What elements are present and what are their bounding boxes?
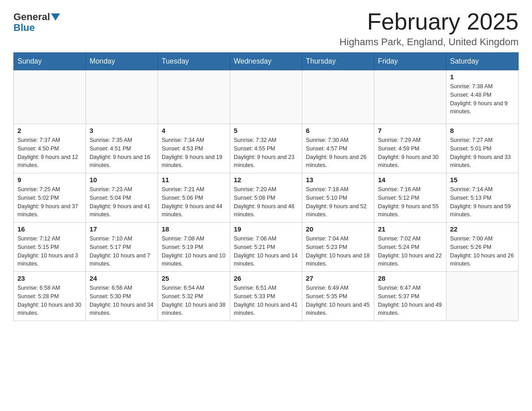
day-info: Sunrise: 7:29 AM Sunset: 4:59 PM Dayligh…: [378, 136, 442, 170]
day-number: 13: [306, 176, 370, 184]
calendar-cell: 20Sunrise: 7:04 AM Sunset: 5:23 PM Dayli…: [302, 223, 374, 272]
day-info: Sunrise: 6:56 AM Sunset: 5:30 PM Dayligh…: [90, 284, 154, 317]
calendar-cell: 28Sunrise: 6:47 AM Sunset: 5:37 PM Dayli…: [374, 272, 446, 321]
day-info: Sunrise: 7:23 AM Sunset: 5:04 PM Dayligh…: [90, 185, 154, 219]
day-number: 22: [450, 225, 515, 233]
month-title: February 2025: [339, 9, 519, 34]
day-number: 2: [17, 127, 82, 134]
day-number: 1: [450, 73, 515, 81]
day-number: 17: [90, 225, 154, 233]
column-header-sunday: Sunday: [14, 53, 86, 70]
calendar-cell: [302, 70, 374, 124]
day-number: 7: [378, 127, 442, 134]
day-number: 12: [234, 176, 298, 184]
title-area: February 2025 Highams Park, England, Uni…: [339, 9, 519, 48]
calendar-cell: [86, 70, 158, 124]
day-info: Sunrise: 6:54 AM Sunset: 5:32 PM Dayligh…: [162, 284, 226, 317]
calendar-cell: 27Sunrise: 6:49 AM Sunset: 5:35 PM Dayli…: [302, 272, 374, 321]
day-number: 20: [306, 225, 370, 233]
page-header: General Blue February 2025 Highams Park,…: [13, 9, 519, 48]
day-number: 27: [306, 274, 370, 282]
day-info: Sunrise: 7:37 AM Sunset: 4:50 PM Dayligh…: [17, 136, 82, 170]
day-info: Sunrise: 6:51 AM Sunset: 5:33 PM Dayligh…: [234, 284, 298, 317]
calendar-cell: 4Sunrise: 7:34 AM Sunset: 4:53 PM Daylig…: [158, 124, 230, 173]
day-number: 25: [162, 274, 226, 282]
day-info: Sunrise: 7:25 AM Sunset: 5:02 PM Dayligh…: [17, 185, 82, 219]
logo-arrow-icon: [51, 13, 60, 21]
week-row-1: 1Sunrise: 7:38 AM Sunset: 4:48 PM Daylig…: [14, 70, 519, 124]
day-info: Sunrise: 7:06 AM Sunset: 5:21 PM Dayligh…: [234, 235, 298, 268]
calendar-cell: [446, 272, 519, 321]
calendar-cell: 15Sunrise: 7:14 AM Sunset: 5:13 PM Dayli…: [446, 173, 519, 223]
location-text: Highams Park, England, United Kingdom: [339, 36, 519, 48]
day-number: 9: [17, 176, 82, 184]
calendar-cell: 8Sunrise: 7:27 AM Sunset: 5:01 PM Daylig…: [446, 124, 519, 173]
day-number: 5: [234, 127, 298, 134]
calendar-cell: [158, 70, 230, 124]
calendar-cell: 2Sunrise: 7:37 AM Sunset: 4:50 PM Daylig…: [14, 124, 86, 173]
calendar-cell: 1Sunrise: 7:38 AM Sunset: 4:48 PM Daylig…: [446, 70, 519, 124]
calendar-cell: 3Sunrise: 7:35 AM Sunset: 4:51 PM Daylig…: [86, 124, 158, 173]
calendar-cell: 17Sunrise: 7:10 AM Sunset: 5:17 PM Dayli…: [86, 223, 158, 272]
day-info: Sunrise: 7:38 AM Sunset: 4:48 PM Dayligh…: [450, 82, 515, 116]
day-number: 23: [17, 274, 82, 282]
calendar-cell: 18Sunrise: 7:08 AM Sunset: 5:19 PM Dayli…: [158, 223, 230, 272]
week-row-5: 23Sunrise: 6:58 AM Sunset: 5:28 PM Dayli…: [14, 272, 519, 321]
day-info: Sunrise: 7:02 AM Sunset: 5:24 PM Dayligh…: [378, 235, 442, 268]
column-header-monday: Monday: [86, 53, 158, 70]
calendar-cell: 24Sunrise: 6:56 AM Sunset: 5:30 PM Dayli…: [86, 272, 158, 321]
week-row-2: 2Sunrise: 7:37 AM Sunset: 4:50 PM Daylig…: [14, 124, 519, 173]
day-number: 3: [90, 127, 154, 134]
week-row-3: 9Sunrise: 7:25 AM Sunset: 5:02 PM Daylig…: [14, 173, 519, 223]
day-info: Sunrise: 7:35 AM Sunset: 4:51 PM Dayligh…: [90, 136, 154, 170]
day-info: Sunrise: 7:30 AM Sunset: 4:57 PM Dayligh…: [306, 136, 370, 170]
day-info: Sunrise: 7:21 AM Sunset: 5:06 PM Dayligh…: [162, 185, 226, 219]
day-number: 19: [234, 225, 298, 233]
day-info: Sunrise: 7:32 AM Sunset: 4:55 PM Dayligh…: [234, 136, 298, 170]
calendar-cell: 12Sunrise: 7:20 AM Sunset: 5:08 PM Dayli…: [230, 173, 302, 223]
day-info: Sunrise: 7:14 AM Sunset: 5:13 PM Dayligh…: [450, 185, 515, 219]
calendar-cell: 5Sunrise: 7:32 AM Sunset: 4:55 PM Daylig…: [230, 124, 302, 173]
calendar-cell: 26Sunrise: 6:51 AM Sunset: 5:33 PM Dayli…: [230, 272, 302, 321]
day-info: Sunrise: 7:00 AM Sunset: 5:26 PM Dayligh…: [450, 235, 515, 268]
calendar-cell: 6Sunrise: 7:30 AM Sunset: 4:57 PM Daylig…: [302, 124, 374, 173]
day-info: Sunrise: 7:12 AM Sunset: 5:15 PM Dayligh…: [17, 235, 82, 268]
week-row-4: 16Sunrise: 7:12 AM Sunset: 5:15 PM Dayli…: [14, 223, 519, 272]
day-number: 14: [378, 176, 442, 184]
calendar-cell: 22Sunrise: 7:00 AM Sunset: 5:26 PM Dayli…: [446, 223, 519, 272]
day-info: Sunrise: 7:08 AM Sunset: 5:19 PM Dayligh…: [162, 235, 226, 268]
day-number: 15: [450, 176, 515, 184]
calendar-cell: [14, 70, 86, 124]
day-info: Sunrise: 7:27 AM Sunset: 5:01 PM Dayligh…: [450, 136, 515, 170]
day-number: 26: [234, 274, 298, 282]
calendar-cell: 19Sunrise: 7:06 AM Sunset: 5:21 PM Dayli…: [230, 223, 302, 272]
calendar-cell: 21Sunrise: 7:02 AM Sunset: 5:24 PM Dayli…: [374, 223, 446, 272]
calendar-cell: 11Sunrise: 7:21 AM Sunset: 5:06 PM Dayli…: [158, 173, 230, 223]
day-number: 18: [162, 225, 226, 233]
day-info: Sunrise: 7:10 AM Sunset: 5:17 PM Dayligh…: [90, 235, 154, 268]
logo-general-text: General: [13, 11, 50, 23]
calendar-cell: 14Sunrise: 7:16 AM Sunset: 5:12 PM Dayli…: [374, 173, 446, 223]
day-number: 6: [306, 127, 370, 134]
day-number: 10: [90, 176, 154, 184]
day-info: Sunrise: 7:18 AM Sunset: 5:10 PM Dayligh…: [306, 185, 370, 219]
calendar-cell: [230, 70, 302, 124]
day-info: Sunrise: 6:58 AM Sunset: 5:28 PM Dayligh…: [17, 284, 82, 317]
calendar-cell: 7Sunrise: 7:29 AM Sunset: 4:59 PM Daylig…: [374, 124, 446, 173]
day-number: 24: [90, 274, 154, 282]
column-header-friday: Friday: [374, 53, 446, 70]
calendar-cell: 25Sunrise: 6:54 AM Sunset: 5:32 PM Dayli…: [158, 272, 230, 321]
logo-blue-text: Blue: [13, 22, 35, 34]
calendar-cell: 9Sunrise: 7:25 AM Sunset: 5:02 PM Daylig…: [14, 173, 86, 223]
day-info: Sunrise: 7:04 AM Sunset: 5:23 PM Dayligh…: [306, 235, 370, 268]
logo: General Blue: [13, 9, 61, 34]
calendar-cell: 23Sunrise: 6:58 AM Sunset: 5:28 PM Dayli…: [14, 272, 86, 321]
column-header-saturday: Saturday: [446, 53, 519, 70]
day-info: Sunrise: 6:49 AM Sunset: 5:35 PM Dayligh…: [306, 284, 370, 317]
day-number: 21: [378, 225, 442, 233]
calendar-header-row: SundayMondayTuesdayWednesdayThursdayFrid…: [14, 53, 519, 70]
day-number: 4: [162, 127, 226, 134]
day-info: Sunrise: 7:34 AM Sunset: 4:53 PM Dayligh…: [162, 136, 226, 170]
calendar-table: SundayMondayTuesdayWednesdayThursdayFrid…: [13, 52, 519, 321]
calendar-cell: 13Sunrise: 7:18 AM Sunset: 5:10 PM Dayli…: [302, 173, 374, 223]
